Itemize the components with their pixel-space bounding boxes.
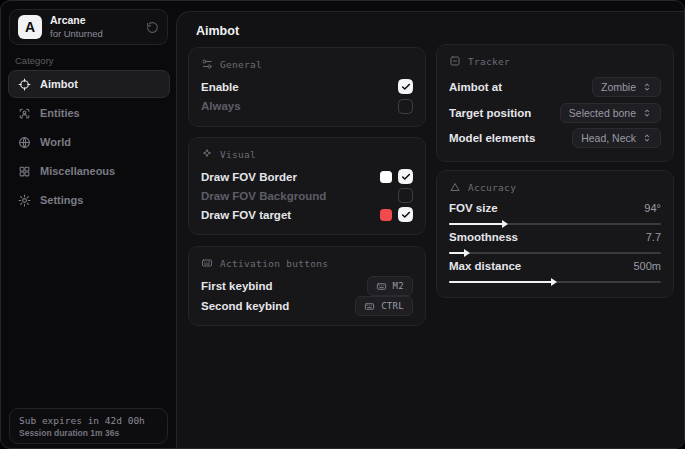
model-elements-label: Model elements xyxy=(449,132,535,144)
subscription-status: Sub expires in 42d 00h Session duration … xyxy=(9,408,168,444)
slider-thumb[interactable] xyxy=(464,249,470,257)
sidebar-item-aimbot[interactable]: Aimbot xyxy=(8,70,170,98)
globe-icon xyxy=(18,136,31,149)
activation-header-label: Activation buttons xyxy=(220,258,328,269)
setting-row-target-position: Target position Selected bone xyxy=(449,100,661,126)
page-title: Aimbot xyxy=(196,24,239,38)
tracker-card: Tracker Aimbot at Zombie Target position… xyxy=(436,44,674,162)
fov-size-value: 94° xyxy=(644,202,661,214)
crosshair-icon xyxy=(18,78,31,91)
triangle-icon xyxy=(449,181,461,193)
setting-row-always: Always xyxy=(201,97,413,117)
fov-border-checkbox[interactable] xyxy=(398,169,413,184)
square-minus-icon xyxy=(449,55,461,67)
max-distance-value: 500m xyxy=(633,260,661,272)
app-logo: A xyxy=(18,15,42,39)
entities-icon xyxy=(18,107,31,120)
smoothness-label: Smoothness xyxy=(449,231,518,243)
model-elements-dropdown[interactable]: Head, Neck xyxy=(572,128,661,148)
visual-header-label: Visual xyxy=(220,149,256,160)
sidebar-item-label: World xyxy=(40,136,71,148)
sliders-icon xyxy=(201,58,213,70)
brand-card: A Arcane for Unturned xyxy=(9,9,168,45)
always-checkbox[interactable] xyxy=(398,99,413,114)
max-distance-slider[interactable] xyxy=(449,278,661,286)
gear-icon xyxy=(18,194,31,207)
grid-icon xyxy=(18,165,31,178)
slider-thumb[interactable] xyxy=(551,278,557,286)
setting-row-enable: Enable xyxy=(201,77,413,97)
sidebar-item-label: Settings xyxy=(40,194,83,206)
accuracy-header-label: Accuracy xyxy=(468,182,516,193)
sidebar-item-label: Aimbot xyxy=(40,78,78,90)
fov-border-color-swatch[interactable] xyxy=(380,171,392,183)
setting-row-second-keybind: Second keybind CTRL xyxy=(201,296,413,316)
sidebar: A Arcane for Unturned Category Aimbot xyxy=(1,1,176,448)
app-window: A Arcane for Unturned Category Aimbot xyxy=(0,0,685,449)
sidebar-item-miscellaneous[interactable]: Miscellaneous xyxy=(8,157,170,185)
sub-expiry-text: Sub expires in 42d 00h xyxy=(19,415,158,426)
slider-thumb[interactable] xyxy=(502,220,508,228)
app-subtitle: for Unturned xyxy=(50,29,138,39)
max-distance-group: Max distance 500m xyxy=(449,258,661,287)
tracker-header-label: Tracker xyxy=(468,56,510,67)
smoothness-slider[interactable] xyxy=(449,249,661,257)
fov-size-label: FOV size xyxy=(449,202,498,214)
sparkle-icon xyxy=(201,148,213,160)
target-position-label: Target position xyxy=(449,107,531,119)
sidebar-item-world[interactable]: World xyxy=(8,128,170,156)
setting-row-fov-target: Draw FOV target xyxy=(201,205,413,224)
category-label: Category xyxy=(15,55,54,66)
model-elements-value: Head, Neck xyxy=(581,132,636,144)
smoothness-group: Smoothness 7.7 xyxy=(449,229,661,258)
fov-target-color-swatch[interactable] xyxy=(380,209,392,221)
max-distance-label: Max distance xyxy=(449,260,521,272)
fov-background-label: Draw FOV Background xyxy=(201,190,326,202)
sidebar-item-settings[interactable]: Settings xyxy=(8,186,170,214)
fov-size-group: FOV size 94° xyxy=(449,200,661,229)
app-name: Arcane xyxy=(50,15,138,27)
aimbot-at-dropdown[interactable]: Zombie xyxy=(592,77,661,97)
refresh-icon[interactable] xyxy=(146,21,159,34)
smoothness-value: 7.7 xyxy=(646,231,661,243)
setting-row-fov-background: Draw FOV Background xyxy=(201,186,413,205)
fov-background-checkbox[interactable] xyxy=(398,188,413,203)
chevrons-up-down-icon xyxy=(642,82,652,92)
target-position-value: Selected bone xyxy=(569,107,636,119)
keyboard-icon xyxy=(376,281,387,292)
accuracy-card: Accuracy FOV size 94° Smoothness 7.7 xyxy=(436,170,674,298)
first-keybind-value: M2 xyxy=(393,281,404,291)
fov-size-slider[interactable] xyxy=(449,220,661,228)
always-label: Always xyxy=(201,100,241,112)
visual-card: Visual Draw FOV Border Draw FOV Backgrou… xyxy=(188,137,426,235)
second-keybind-value: CTRL xyxy=(381,301,404,311)
target-position-dropdown[interactable]: Selected bone xyxy=(560,103,661,123)
first-keybind-button[interactable]: M2 xyxy=(367,276,413,296)
setting-row-first-keybind: First keybind M2 xyxy=(201,276,413,296)
sidebar-item-label: Miscellaneous xyxy=(40,165,115,177)
general-header-label: General xyxy=(220,59,262,70)
sidebar-item-label: Entities xyxy=(40,107,80,119)
second-keybind-label: Second keybind xyxy=(201,300,289,312)
second-keybind-button[interactable]: CTRL xyxy=(355,296,413,316)
fov-target-label: Draw FOV target xyxy=(201,209,291,221)
aimbot-at-value: Zombie xyxy=(601,81,636,93)
setting-row-aimbot-at: Aimbot at Zombie xyxy=(449,74,661,100)
fov-target-checkbox[interactable] xyxy=(398,207,413,222)
chevrons-up-down-icon xyxy=(642,108,652,118)
enable-checkbox[interactable] xyxy=(398,79,413,94)
sidebar-nav: Aimbot Entities World Miscellaneous xyxy=(8,70,170,214)
fov-border-label: Draw FOV Border xyxy=(201,171,297,183)
aimbot-at-label: Aimbot at xyxy=(449,81,502,93)
session-duration-text: Session duration 1m 36s xyxy=(19,428,158,438)
keyboard-icon xyxy=(364,301,375,312)
first-keybind-label: First keybind xyxy=(201,280,273,292)
main-panel: Aimbot General Enable Always xyxy=(176,11,684,448)
general-card: General Enable Always xyxy=(188,47,426,127)
activation-card: Activation buttons First keybind M2 Seco… xyxy=(188,246,426,326)
sidebar-item-entities[interactable]: Entities xyxy=(8,99,170,127)
keyboard-icon xyxy=(201,257,213,269)
chevrons-up-down-icon xyxy=(642,133,652,143)
enable-label: Enable xyxy=(201,81,239,93)
setting-row-model-elements: Model elements Head, Neck xyxy=(449,125,661,151)
